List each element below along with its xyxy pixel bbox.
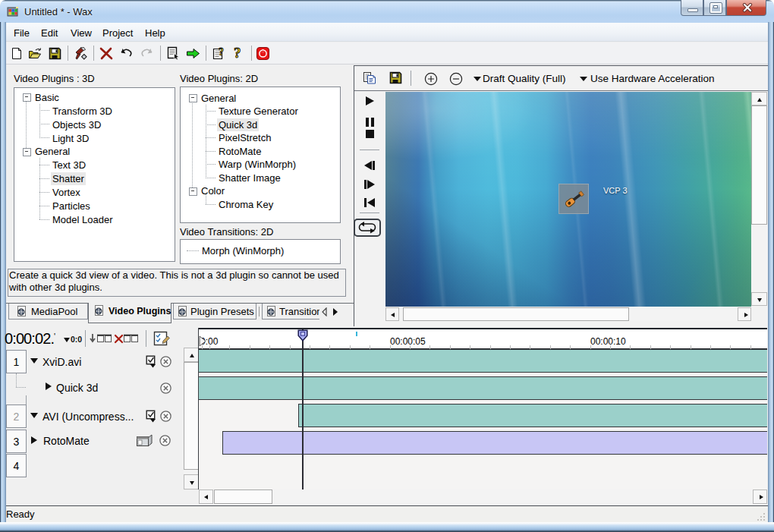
svg-text:?: ? — [234, 46, 241, 61]
svg-text:?: ? — [219, 46, 224, 58]
